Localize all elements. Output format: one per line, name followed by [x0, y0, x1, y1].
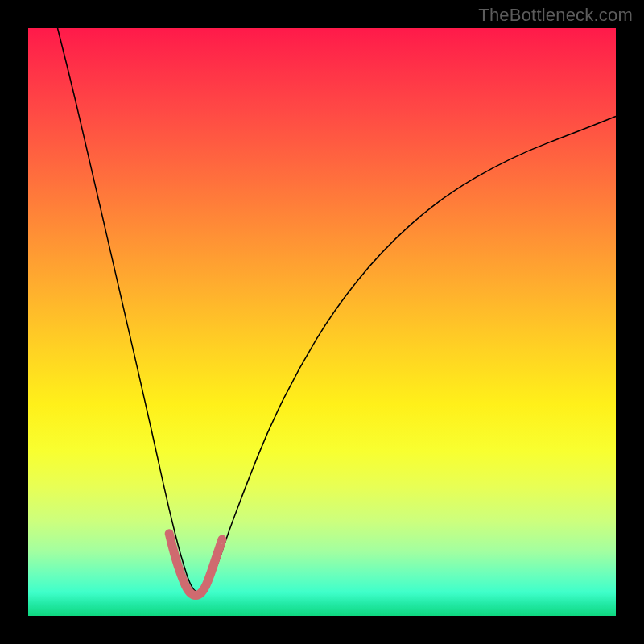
bottleneck-curve [58, 28, 617, 592]
watermark-text: TheBottleneck.com [478, 5, 633, 26]
curve-layer [28, 28, 616, 616]
plot-area [28, 28, 616, 616]
chart-stage: TheBottleneck.com [0, 0, 644, 644]
